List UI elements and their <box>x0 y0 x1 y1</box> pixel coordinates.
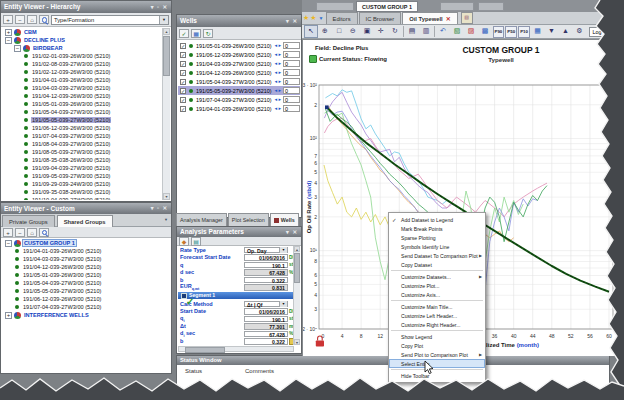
parameter-value[interactable]: 190.1 <box>244 262 288 269</box>
wells-row[interactable]: ✓191/05-04-039-27W3/00 (5210)◄►0 <box>178 77 300 86</box>
refresh-icon[interactable]: ↻ <box>203 29 213 38</box>
spinner-arrows-icon[interactable]: ◄► <box>274 79 282 84</box>
parameter-row-eur[interactable]: EURq,wt0.831 <box>178 284 294 292</box>
zoom-region-icon[interactable]: □ <box>332 25 346 38</box>
axis-lock-icon[interactable] <box>316 341 324 347</box>
search-icon[interactable] <box>39 15 49 24</box>
menu-item-send-dataset-to-comparison-plot[interactable]: Send Dataset To Comparison Plot▶ <box>389 251 485 260</box>
parameter-row-q[interactable]: qi190.1stb <box>178 315 294 323</box>
tab-ic-browser[interactable]: IC Browser <box>359 12 402 24</box>
wells-row[interactable]: ✓191/07-04-039-27W3/00 (5210)◄►0 <box>178 95 300 104</box>
gear-icon[interactable]: ⚙ <box>572 25 586 38</box>
document-tab-stub[interactable] <box>316 2 354 11</box>
menu-item-customize-left-header[interactable]: Customize Left Header... <box>389 311 485 320</box>
comments-column-header[interactable]: Comments <box>245 368 274 374</box>
zoom-in-icon[interactable]: ⊕ <box>318 25 332 38</box>
custom-tree-item[interactable]: 191/07-04-039-27W3/00 (5210) <box>2 303 170 311</box>
spinner-arrows-icon[interactable]: ◄► <box>274 97 282 102</box>
hierarchy-tree-item[interactable]: 191/04-03-039-27W3/00 (5210) <box>2 84 163 92</box>
menu-item-customize-plot[interactable]: Customize Plot... <box>389 281 485 290</box>
new-tab-icon[interactable]: ▨ <box>461 12 473 24</box>
well-value-input[interactable]: 0 <box>283 51 300 58</box>
custom-tree-item[interactable]: −CUSTOM GROUP 1 <box>2 239 170 247</box>
parameter-value[interactable]: 01/06/2016 <box>244 308 288 315</box>
custom-tree-item[interactable]: 191/06-12-039-26W3/00 (5210) <box>2 295 170 303</box>
wells-row[interactable]: ✓191/04-01-039-26W3/00 (5210)◄►0 <box>178 104 300 113</box>
menu-item-customize-axis[interactable]: Customize Axis... <box>389 290 485 299</box>
scroll-up-icon[interactable]: ▲ <box>163 28 170 35</box>
add-icon[interactable]: + <box>3 15 13 24</box>
segment-header[interactable]: Segment 1 <box>178 292 294 299</box>
hierarchy-tree-item[interactable]: 191/10-04-039-27W3/00 (5210) <box>2 196 163 200</box>
dropdown-arrow-icon[interactable]: ▼ <box>279 247 287 254</box>
document-tab-stub[interactable] <box>440 2 474 11</box>
custom-tree-item[interactable]: 191/04-01-039-26W3/00 (5210) <box>2 247 170 255</box>
dataset-blue-icon[interactable]: ▩ <box>478 25 492 38</box>
diamond-icon[interactable]: ◆ <box>179 237 189 246</box>
close-tab-icon[interactable]: ✕ <box>446 15 451 22</box>
parameters-scrollbar[interactable]: ▲ ▼ <box>293 246 300 345</box>
checkbox-icon[interactable]: ✓ <box>180 106 186 112</box>
checkbox-icon[interactable]: ✓ <box>180 70 186 76</box>
parameters-hscrollbar[interactable] <box>178 346 294 352</box>
hierarchy-tree-item[interactable]: 191/04-12-039-26W3/00 (5210) <box>2 92 163 100</box>
hierarchy-tree-item[interactable]: 191/09-05-039-27W3/00 (5210) <box>2 172 163 180</box>
status-column-header[interactable]: Status <box>185 368 202 374</box>
hierarchy-tree-item[interactable]: 191/06-12-039-26W3/00 (5210) <box>2 124 163 132</box>
menu-item-symbols-identify-line[interactable]: Symbols Identify Line <box>389 242 485 251</box>
menu-item-customize-right-header[interactable]: Customize Right Header... <box>389 320 485 329</box>
menu-item-hide-toolbar[interactable]: Hide Toolbar <box>389 371 485 380</box>
spinner-arrows-icon[interactable]: ◄► <box>274 61 282 66</box>
well-value-input[interactable]: 0 <box>283 87 300 94</box>
hierarchy-tree-item[interactable]: 191/02-01-039-26W3/00 (5210) <box>2 52 163 60</box>
hierarchy-tree-item[interactable]: 191/02-12-039-26W3/00 (5210) <box>2 68 163 76</box>
pointer-icon[interactable]: ↖ <box>304 25 318 38</box>
tab-editors[interactable]: Editors <box>326 12 358 24</box>
dataset-red-icon[interactable]: ▨ <box>464 25 478 38</box>
check-all-icon[interactable]: ✓ <box>179 29 189 38</box>
well-value-input[interactable]: 0 <box>283 60 300 67</box>
checkbox-icon[interactable]: ✓ <box>180 88 186 94</box>
wells-row[interactable]: ✓191/04-03-039-27W3/00 (5210)◄►0 <box>178 59 300 68</box>
parameter-row-rate-type[interactable]: Rate TypeOp. Day▼ <box>178 246 294 254</box>
panel-window-icons[interactable]: ▾ ▫ ✕ <box>151 1 168 13</box>
print-icon[interactable]: ▤ <box>405 25 419 38</box>
scroll-up-icon[interactable]: ▲ <box>294 246 300 252</box>
spinner-arrows-icon[interactable]: ◄► <box>274 43 282 48</box>
parameter-value[interactable]: 0.322 <box>244 338 288 345</box>
menu-item-customize-datasets[interactable]: Customize Datasets...▶ <box>389 272 485 281</box>
print-preview-icon[interactable]: ▥ <box>419 25 433 38</box>
menu-item-copy-dataset[interactable]: Copy Dataset <box>389 260 485 269</box>
wells-row[interactable]: ✓191/05-01-039-26W3/00 (5210)◄►0 <box>178 41 300 50</box>
hierarchy-scrollbar[interactable]: ▲ ▼ <box>162 28 170 200</box>
well-value-input[interactable]: 0 <box>283 42 300 49</box>
hierarchy-tree-item[interactable]: 191/02-08-039-27W3/00 (5210) <box>2 60 163 68</box>
parameter-value[interactable]: 0.831 <box>244 284 288 291</box>
well-value-input[interactable]: 0 <box>283 105 300 112</box>
parameter-dropdown[interactable]: Op. Day▼ <box>244 247 288 254</box>
filter-icon[interactable]: ▼ <box>544 25 558 38</box>
menu-item-customize-main-title[interactable]: Customize Main Title... <box>389 302 485 311</box>
well-value-input[interactable]: 0 <box>283 69 300 76</box>
checkbox-icon[interactable]: ✓ <box>180 61 186 67</box>
scroll-down-icon[interactable]: ▼ <box>294 339 300 345</box>
legend-icon[interactable]: ▲ <box>558 25 572 38</box>
well-value-input[interactable]: 0 <box>283 96 300 103</box>
favorite-star-icon[interactable]: ★ <box>303 12 309 24</box>
chevron-down-icon[interactable]: ▼ <box>159 16 168 24</box>
add-icon[interactable]: + <box>3 228 13 237</box>
parameter-value[interactable]: 67.428 <box>244 331 288 338</box>
menu-item-mark-break-points[interactable]: Mark Break Points <box>389 224 485 233</box>
spinner-arrows-icon[interactable]: ◄► <box>274 52 282 57</box>
menu-item-add-dataset-to-legend[interactable]: ✓Add Dataset to Legend <box>389 215 485 224</box>
home-icon[interactable]: ⌂ <box>27 15 37 24</box>
menu-item-select-entity[interactable]: Select Entity <box>389 359 485 368</box>
remove-icon[interactable]: − <box>15 15 25 24</box>
hierarchy-tree-item[interactable]: 191/05-01-039-26W3/00 (5210) <box>2 100 163 108</box>
tab-oil-typewell[interactable]: Oil Typewell✕ <box>402 12 457 24</box>
wells-row[interactable]: ✓191/04-12-039-26W3/00 (5210)◄►0 <box>178 68 300 77</box>
custom-tree-item[interactable]: 191/04-12-039-26W3/00 (5210) <box>2 263 170 271</box>
checkbox-icon[interactable]: ✓ <box>180 79 186 85</box>
parameter-value[interactable]: 0.322 <box>244 277 288 284</box>
panel-window-icons[interactable]: ▾ ▫ ✕ <box>151 203 168 214</box>
